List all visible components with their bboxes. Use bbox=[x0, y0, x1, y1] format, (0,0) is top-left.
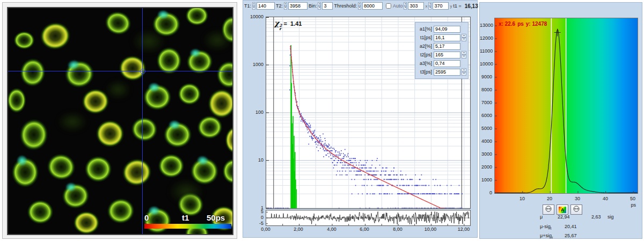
hist-y-tick-label: 13000 bbox=[480, 23, 492, 28]
colorbar-min-label: 0 bbox=[144, 213, 149, 222]
cell-blob bbox=[72, 210, 100, 235]
t2-spinner[interactable]: ▲▼ bbox=[284, 2, 287, 10]
cell-cyan-patch bbox=[195, 154, 210, 167]
decay-y-tick-label: 10 bbox=[243, 157, 264, 163]
mu-value: 22,94 bbox=[558, 214, 570, 220]
cursor-readout: x: 22.6psy: 12478 bbox=[499, 21, 549, 27]
param-label: a2[%] bbox=[416, 43, 432, 49]
crosshair-vertical bbox=[142, 8, 143, 234]
param-spinner[interactable]: ▲▼ bbox=[462, 68, 466, 76]
cell-blob bbox=[11, 156, 40, 188]
cell-cyan-patch bbox=[147, 82, 161, 93]
t1-spinner[interactable]: ▲▼ bbox=[252, 2, 255, 10]
hist-x-tick-label: 10 bbox=[517, 196, 528, 201]
mu-plus-sig-value: 25,67 bbox=[565, 233, 577, 238]
cell-cyan-patch bbox=[16, 154, 29, 167]
param-spinner[interactable]: ▲▼ bbox=[462, 34, 466, 41]
bin-input[interactable] bbox=[322, 2, 333, 10]
hist-y-tick-label: 0 bbox=[480, 190, 492, 195]
cell-blob bbox=[101, 8, 135, 38]
hist-y-tick-label: 7000 bbox=[480, 100, 492, 105]
cell-blob bbox=[18, 56, 48, 89]
mu-label: μ bbox=[540, 214, 543, 220]
cell-blob bbox=[201, 28, 233, 52]
zoom-range-right-button[interactable] bbox=[570, 205, 582, 215]
param-input[interactable] bbox=[434, 34, 460, 41]
decay-x-tick-label: 0,00 bbox=[258, 227, 274, 232]
mu-minus-sig-label: μ-sigl bbox=[540, 224, 551, 230]
crosshair-center bbox=[140, 69, 145, 74]
cell-blob bbox=[163, 121, 193, 149]
colorbar-parameter-label: t1 bbox=[182, 213, 189, 222]
param-input[interactable] bbox=[434, 26, 460, 33]
cursor-x-unit: ps bbox=[517, 21, 524, 27]
t2-range-input[interactable] bbox=[288, 2, 308, 10]
threshold-input[interactable] bbox=[362, 2, 383, 10]
decay-x-tick-label: 10,00 bbox=[422, 227, 438, 232]
param-label: a1[%] bbox=[416, 26, 432, 32]
cell-blob bbox=[26, 199, 54, 225]
hist-x-tick-label: 40 bbox=[600, 196, 611, 201]
cell-blob bbox=[38, 19, 74, 53]
cell-blob bbox=[105, 195, 137, 226]
param-input[interactable] bbox=[434, 69, 460, 76]
y-suffix-label: y bbox=[450, 4, 452, 9]
chi-equals: = bbox=[284, 20, 287, 27]
x-coordinate-input[interactable] bbox=[408, 2, 424, 10]
residual-plot-svg bbox=[266, 210, 470, 225]
threshold-label: Threshold: bbox=[334, 3, 357, 9]
autoscale-color-button[interactable]: A bbox=[557, 205, 568, 215]
hist-y-tick-label: 8000 bbox=[480, 87, 492, 92]
y-coordinate-input[interactable] bbox=[433, 2, 449, 10]
param-label: t2[ps] bbox=[416, 52, 432, 57]
hist-y-tick-label: 5000 bbox=[480, 126, 492, 131]
hist-y-tick-label: 2000 bbox=[480, 164, 492, 170]
cursor-y-value: y: 12478 bbox=[526, 21, 547, 27]
param-input[interactable] bbox=[434, 60, 460, 67]
chi-sub: r bbox=[279, 27, 282, 31]
cell-cyan-patch bbox=[65, 57, 82, 72]
cell-blob bbox=[142, 83, 172, 111]
bin-spinner[interactable]: ▲▼ bbox=[318, 2, 321, 10]
t1-range-input[interactable] bbox=[257, 2, 275, 10]
param-input[interactable] bbox=[434, 52, 460, 59]
lifetime-histogram-plot[interactable]: x: 22.6psy: 12478 bbox=[494, 18, 638, 194]
hist-y-tick-label: 4000 bbox=[480, 138, 492, 144]
chi-value: 1.41 bbox=[290, 20, 302, 27]
cell-blob bbox=[104, 79, 132, 100]
sig-label: sig bbox=[608, 214, 614, 220]
chi-symbol: χ bbox=[274, 19, 279, 27]
hist-y-tick-label: 9000 bbox=[480, 74, 492, 79]
param-label: a3[%] bbox=[416, 61, 432, 66]
hist-y-tick-label: 10000 bbox=[480, 61, 492, 67]
cell-cyan-patch bbox=[188, 47, 202, 59]
hist-x-tick-label: 20 bbox=[544, 196, 555, 201]
zoom-range-left-button[interactable] bbox=[543, 205, 554, 215]
cell-blob bbox=[129, 115, 160, 143]
decay-panel: T1: ▲▼ T2: ▲▼ Bin: ▲▼ Threshold: ▲▼ Auto… bbox=[243, 0, 478, 238]
crosshair-horizontal bbox=[8, 71, 232, 71]
decay-x-tick-label: 2,00 bbox=[290, 227, 306, 232]
flim-image[interactable]: 0t150ps bbox=[7, 7, 233, 235]
param-input[interactable] bbox=[434, 43, 460, 50]
auto-checkbox[interactable] bbox=[386, 3, 391, 9]
cell-blob bbox=[224, 126, 233, 155]
param-spinner[interactable]: ▲▼ bbox=[462, 51, 466, 59]
x-coordinate-spinner[interactable]: ▲▼ bbox=[404, 2, 407, 10]
result-label: t1 = bbox=[453, 3, 461, 9]
cell-blob bbox=[185, 7, 209, 26]
chi-squared-annotation: χ2r = 1.41 bbox=[274, 19, 302, 31]
param-label: t3[ps] bbox=[416, 69, 432, 75]
cell-blob bbox=[222, 158, 233, 185]
y-coordinate-spinner[interactable]: ▲▼ bbox=[428, 2, 431, 10]
cell-cyan-patch bbox=[63, 180, 78, 193]
lifetime-colorbar bbox=[144, 224, 231, 229]
residual-y-tick-label: -5 bbox=[243, 221, 264, 226]
cell-blob bbox=[18, 117, 50, 152]
cell-cyan-patch bbox=[167, 119, 181, 130]
decay-x-tick-label: 8,00 bbox=[390, 227, 406, 232]
threshold-spinner[interactable]: ▲▼ bbox=[358, 2, 361, 10]
cell-blob bbox=[119, 155, 155, 190]
hist-x-tick-label: 30 bbox=[572, 196, 583, 201]
mu-plus-sig-label: μ+sigr bbox=[540, 233, 553, 239]
